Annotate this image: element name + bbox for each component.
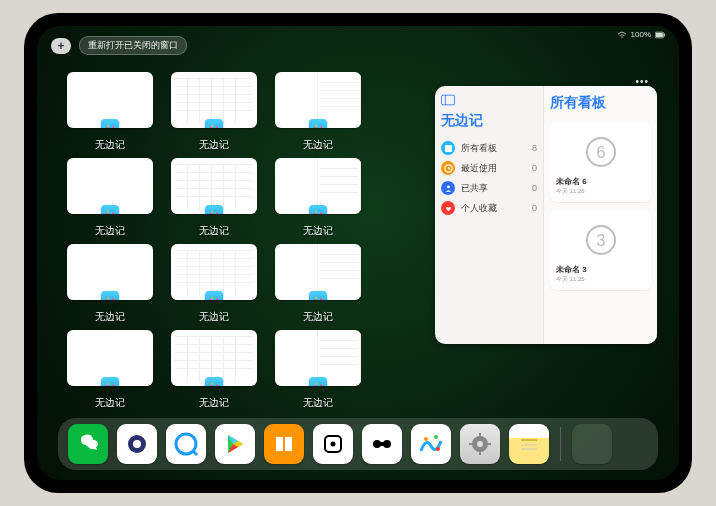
sidebar-item-count: 0: [532, 183, 537, 193]
app-window-thumb[interactable]: 无边记: [171, 244, 257, 324]
window-label: 无边记: [95, 396, 125, 410]
dock-icon-play[interactable]: [215, 424, 255, 464]
svg-point-5: [211, 125, 213, 127]
battery-icon: [655, 31, 665, 39]
window-label: 无边记: [199, 310, 229, 324]
dock-icon-books[interactable]: [264, 424, 304, 464]
dock-icon-quark[interactable]: [117, 424, 157, 464]
sidebar-item[interactable]: 所有看板8: [441, 138, 537, 158]
sidebar-item-icon: [441, 181, 455, 195]
app-window-thumb[interactable]: 无边记: [67, 330, 153, 410]
svg-point-22: [111, 382, 113, 384]
svg-point-44: [424, 437, 428, 441]
dock: [58, 418, 658, 470]
top-left-controls: + 重新打开已关闭的窗口: [51, 36, 187, 55]
dock-app-folder[interactable]: [572, 424, 612, 464]
app-window-thumb[interactable]: 无边记: [171, 72, 257, 152]
screen: 100% + 重新打开已关闭的窗口 无边记无边记无边记无边记无边记无边记无边记无…: [37, 26, 679, 480]
svg-text:6: 6: [596, 144, 605, 161]
app-window-thumb[interactable]: 无边记: [171, 158, 257, 238]
freeform-sidebar-panel[interactable]: 无边记 所有看板8最近使用0已共享0个人收藏0 所有看板 6未命名 6今天 11…: [435, 86, 657, 344]
svg-point-4: [111, 124, 113, 126]
svg-point-7: [315, 125, 317, 127]
svg-point-15: [107, 297, 109, 299]
app-window-thumb[interactable]: 无边记: [67, 72, 153, 152]
freeform-app-icon: [205, 291, 223, 300]
board-subtitle: 今天 11:26: [556, 187, 645, 196]
app-window-thumb[interactable]: 无边记: [67, 244, 153, 324]
freeform-app-icon: [205, 119, 223, 128]
svg-point-6: [215, 124, 217, 126]
window-label: 无边记: [95, 138, 125, 152]
svg-point-17: [211, 297, 213, 299]
board-title: 未命名 6: [556, 176, 645, 187]
svg-point-13: [315, 211, 317, 213]
svg-rect-1: [656, 32, 663, 36]
sidebar-item-icon: [441, 161, 455, 175]
board-card[interactable]: 6未命名 6今天 11:26: [550, 122, 651, 202]
freeform-app-icon: [205, 205, 223, 214]
svg-point-20: [319, 296, 321, 298]
new-window-button[interactable]: +: [51, 38, 71, 54]
panel-tab-icon: [441, 94, 537, 106]
board-sketch: 3: [556, 216, 645, 264]
svg-point-19: [315, 297, 317, 299]
sidebar-item-count: 8: [532, 143, 537, 153]
svg-point-24: [215, 382, 217, 384]
svg-point-10: [111, 210, 113, 212]
status-bar: 100%: [617, 30, 665, 39]
svg-text:3: 3: [596, 232, 605, 249]
board-sketch: 6: [556, 128, 645, 176]
sidebar-item[interactable]: 个人收藏0: [441, 198, 537, 218]
sidebar-item-icon: [441, 141, 455, 155]
app-window-thumb[interactable]: 无边记: [275, 72, 361, 152]
dock-separator: [560, 427, 561, 461]
sidebar-item[interactable]: 已共享0: [441, 178, 537, 198]
app-window-thumb[interactable]: 无边记: [275, 244, 361, 324]
board-title: 未命名 3: [556, 264, 645, 275]
sidebar-item-icon: [441, 201, 455, 215]
window-label: 无边记: [303, 224, 333, 238]
freeform-app-icon: [101, 119, 119, 128]
sidebar-item[interactable]: 最近使用0: [441, 158, 537, 178]
dock-icon-dice[interactable]: [313, 424, 353, 464]
dock-icon-notes[interactable]: [509, 424, 549, 464]
svg-rect-43: [377, 442, 387, 446]
svg-point-12: [215, 210, 217, 212]
svg-point-23: [211, 383, 213, 385]
freeform-app-icon: [205, 377, 223, 386]
board-subtitle: 今天 11:25: [556, 275, 645, 284]
dock-icon-barbell[interactable]: [362, 424, 402, 464]
app-window-thumb[interactable]: 无边记: [275, 158, 361, 238]
app-window-thumb[interactable]: 无边记: [67, 158, 153, 238]
sidebar-item-label: 最近使用: [461, 162, 497, 175]
panel-left-title: 无边记: [441, 112, 537, 130]
window-label: 无边记: [199, 224, 229, 238]
svg-point-26: [319, 382, 321, 384]
dock-icon-qqbrowser[interactable]: [166, 424, 206, 464]
svg-point-25: [315, 383, 317, 385]
window-label: 无边记: [199, 396, 229, 410]
battery-text: 100%: [631, 30, 651, 39]
svg-point-37: [133, 440, 141, 448]
dock-icon-freeform[interactable]: [411, 424, 451, 464]
freeform-app-icon: [101, 291, 119, 300]
window-label: 无边记: [303, 138, 333, 152]
svg-point-18: [215, 296, 217, 298]
board-card[interactable]: 3未命名 3今天 11:25: [550, 210, 651, 290]
freeform-app-icon: [309, 377, 327, 386]
window-label: 无边记: [303, 310, 333, 324]
device-frame: 100% + 重新打开已关闭的窗口 无边记无边记无边记无边记无边记无边记无边记无…: [0, 0, 716, 506]
app-window-thumb[interactable]: 无边记: [171, 330, 257, 410]
app-window-thumb[interactable]: 无边记: [275, 330, 361, 410]
svg-point-45: [434, 435, 438, 439]
window-label: 无边记: [303, 396, 333, 410]
dock-icon-wechat[interactable]: [68, 424, 108, 464]
svg-point-31: [447, 185, 450, 188]
dock-icon-settings[interactable]: [460, 424, 500, 464]
svg-point-11: [211, 211, 213, 213]
sidebar-item-count: 0: [532, 203, 537, 213]
svg-point-8: [319, 124, 321, 126]
sidebar-item-label: 个人收藏: [461, 202, 497, 215]
reopen-closed-window-button[interactable]: 重新打开已关闭的窗口: [79, 36, 187, 55]
